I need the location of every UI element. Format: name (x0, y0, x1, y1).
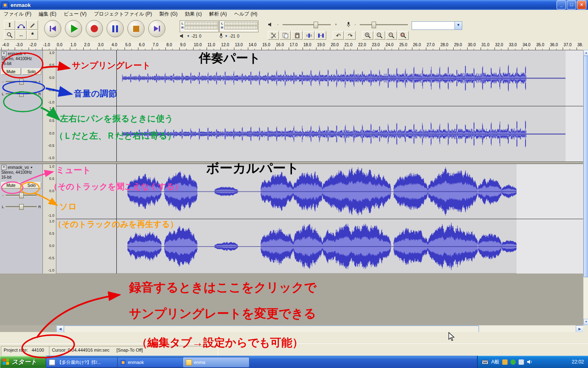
track2-waveform-area[interactable] (56, 164, 583, 274)
track2-panel[interactable]: × enmaok_vo ▼ Stereo, 44100Hz 16-bit Mut… (0, 164, 43, 274)
vertical-scrollbar[interactable]: ▲ ▼ (583, 50, 588, 325)
taskbar-item-document[interactable]: 【多分腐向け?】拝/... (46, 357, 118, 368)
speaker-icon (180, 34, 185, 38)
timeline-ruler[interactable]: -4.0-3.0-2.0-1.00.01.02.03.04.05.06.07.0… (0, 42, 583, 50)
trim-button[interactable] (303, 31, 314, 40)
menu-bar: ファイル (F)編集 (E)ビュー (V)プロジェクトファイル (P)製作 (G… (0, 10, 588, 18)
project-rate-value[interactable]: 44100 (31, 348, 44, 352)
copy-button[interactable] (280, 31, 291, 40)
paste-button[interactable] (292, 31, 303, 40)
skip-to-end-button[interactable] (148, 20, 165, 37)
output-volume-slider[interactable] (283, 21, 331, 28)
input-device-dropdown[interactable]: ▼ (412, 21, 462, 30)
menu-item-2[interactable]: ビュー (V) (60, 10, 90, 18)
scroll-left-arrow[interactable]: ◀ (56, 325, 64, 332)
draw-tool-button[interactable] (27, 20, 38, 30)
ruler-label: 18.0 (303, 43, 311, 47)
zoom-in-button[interactable] (362, 31, 373, 40)
ruler-label: 37.0 (564, 43, 571, 47)
tray-icon-1[interactable] (502, 359, 508, 365)
stop-button[interactable] (127, 20, 145, 37)
start-button[interactable]: スタート (0, 356, 49, 368)
track1-waveform-area[interactable] (56, 50, 583, 162)
fit-selection-button[interactable] (386, 31, 397, 40)
dropdown-arrow-icon[interactable]: ▼ (225, 34, 228, 38)
scroll-up-arrow[interactable]: ▲ (584, 50, 588, 56)
track-close-button[interactable]: × (1, 165, 7, 170)
track-close-button[interactable]: × (1, 51, 7, 56)
dropdown-arrow-icon[interactable]: ▼ (454, 22, 462, 29)
tray-icon-2[interactable] (510, 359, 516, 365)
solo-button[interactable]: Solo (22, 182, 42, 188)
track-menu-caret-icon[interactable]: ▼ (24, 52, 27, 55)
cut-button[interactable] (268, 31, 279, 40)
timeshift-tool-button[interactable]: ↔ (16, 30, 27, 40)
zoom-tool-button[interactable] (4, 30, 15, 40)
multi-tool-button[interactable]: * (27, 30, 38, 40)
dropdown-arrow-icon[interactable]: ▼ (187, 34, 190, 38)
waveform-canvas[interactable] (56, 106, 583, 162)
amplitude-label: 1.0 (49, 164, 54, 168)
pause-button[interactable] (107, 20, 124, 37)
mute-button[interactable]: Mute (1, 68, 21, 75)
record-button[interactable] (86, 20, 103, 37)
ruler-label: 27.0 (427, 43, 434, 47)
envelope-tool-button[interactable] (16, 20, 27, 30)
scroll-down-arrow[interactable]: ▼ (584, 319, 588, 325)
gain-slider[interactable]: - + (1, 193, 41, 198)
ime-language-indicator[interactable]: A般 (491, 359, 499, 366)
solo-button[interactable]: Solo (22, 68, 42, 75)
track-title[interactable]: enmaok (8, 52, 22, 56)
silence-button[interactable] (315, 31, 326, 40)
window-titlebar[interactable]: enmaok _ □ × (0, 0, 588, 10)
taskbar-item-enma[interactable]: enma (183, 357, 249, 368)
waveform-canvas[interactable] (56, 219, 583, 274)
zoom-out-button[interactable] (374, 31, 385, 40)
waveform-canvas[interactable] (56, 164, 583, 219)
close-button[interactable]: × (577, 0, 586, 9)
track-title[interactable]: enmaok_vo (8, 165, 29, 170)
skip-to-start-button[interactable] (44, 20, 61, 37)
menu-item-7[interactable]: ヘルプ (H) (231, 10, 261, 18)
menu-item-1[interactable]: 編集 (E) (35, 10, 60, 18)
taskbar-clock[interactable]: 22:02 (572, 359, 584, 365)
slider-thumb[interactable] (372, 22, 376, 28)
tray-icon-3[interactable] (519, 359, 524, 365)
meter-bar (185, 26, 218, 29)
track-menu-caret-icon[interactable]: ▼ (30, 166, 33, 169)
selection-tool-button[interactable]: I (4, 20, 15, 30)
fit-project-button[interactable] (398, 31, 409, 40)
taskbar: スタート 【多分腐向け?】拝/... enmaok enma A般 22:02 (0, 356, 588, 368)
minimize-button[interactable]: _ (557, 0, 566, 9)
slider-thumb[interactable] (314, 22, 318, 28)
menu-item-0[interactable]: ファイル (F) (0, 10, 35, 18)
gain-slider[interactable]: - + (1, 79, 41, 85)
horizontal-scrollbar-thumb[interactable] (64, 325, 479, 332)
undo-button[interactable]: ↶ (333, 31, 344, 40)
slider-thumb[interactable] (19, 204, 24, 210)
taskbar-item-enmaok[interactable]: enmaok (117, 357, 186, 368)
slider-thumb[interactable] (19, 79, 24, 85)
redo-button[interactable]: ↷ (345, 31, 356, 40)
track1-panel[interactable]: × enmaok ▼ Stereo, 44100Hz 16-bit Mute S… (0, 50, 43, 162)
input-meter-readout[interactable]: ▼ -21 0 (219, 33, 239, 39)
ruler-label: 36.0 (550, 43, 558, 47)
menu-item-4[interactable]: 製作 (G) (156, 10, 181, 18)
scroll-right-arrow[interactable]: ▶ (576, 325, 584, 332)
play-button[interactable] (65, 20, 82, 37)
menu-item-6[interactable]: 解析 (A) (205, 10, 230, 18)
pan-slider[interactable]: L R (1, 204, 41, 210)
output-meter-readout[interactable]: ▼ -21 0 (180, 33, 201, 39)
vertical-scrollbar-thumb[interactable] (584, 56, 588, 277)
menu-item-5[interactable]: 効果 (c) (181, 10, 205, 18)
pan-slider[interactable]: L R (1, 91, 41, 97)
maximize-button[interactable]: □ (567, 0, 576, 9)
input-volume-slider[interactable] (360, 21, 408, 28)
menu-item-3[interactable]: プロジェクトファイル (P) (90, 10, 156, 18)
slider-thumb[interactable] (19, 91, 24, 97)
volume-icon[interactable] (527, 359, 532, 364)
mute-button[interactable]: Mute (1, 182, 21, 188)
slider-thumb[interactable] (19, 193, 24, 198)
waveform-canvas[interactable] (56, 50, 583, 106)
keyboard-icon[interactable] (482, 360, 488, 364)
